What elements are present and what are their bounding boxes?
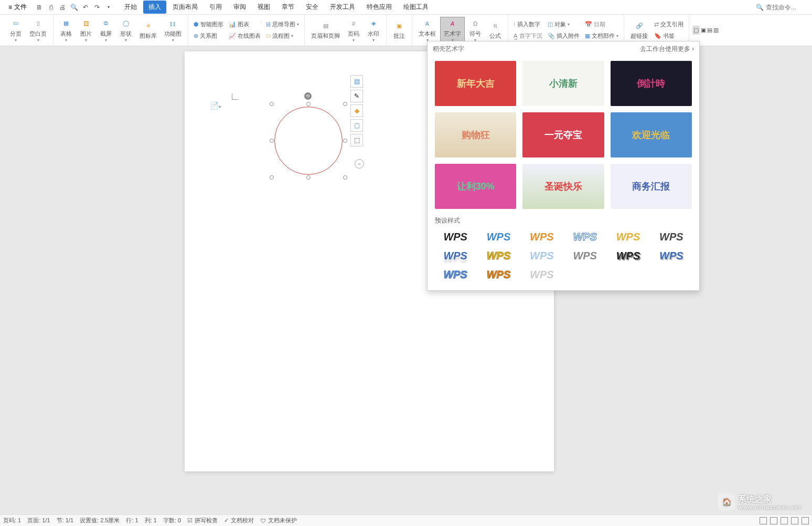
- wordart-preset-1[interactable]: WPS: [435, 228, 476, 245]
- view-mode-4-icon[interactable]: ▥: [713, 27, 719, 34]
- fill-color-icon[interactable]: ◆: [350, 104, 363, 117]
- cross-ref-button[interactable]: ⇄交叉引用: [652, 19, 686, 30]
- resize-handle-bl[interactable]: [270, 175, 274, 180]
- screenshot-button[interactable]: ⧉截屏▾: [97, 17, 115, 44]
- selected-shape[interactable]: ⟲: [272, 104, 345, 177]
- sb-proof[interactable]: ✓文档校对: [224, 517, 254, 524]
- resize-handle-tl[interactable]: [270, 102, 274, 106]
- equation-button[interactable]: π公式: [486, 19, 505, 41]
- online-chart-button[interactable]: 📈在线图表: [227, 30, 263, 42]
- wordart-preset-11[interactable]: WPS: [607, 247, 648, 264]
- sb-page[interactable]: 页面: 1/1: [27, 517, 50, 524]
- page-break-button[interactable]: ▭分页▾: [6, 17, 25, 44]
- sb-view-1-icon[interactable]: [760, 517, 767, 524]
- bookmark-button[interactable]: 🔖书签: [652, 30, 686, 42]
- doc-indicator-icon[interactable]: 📄▾: [210, 101, 221, 110]
- wordart-thumb-8[interactable]: 圣诞快乐: [522, 164, 604, 209]
- tab-security[interactable]: 安全: [301, 1, 324, 14]
- tab-layout[interactable]: 页面布局: [167, 1, 203, 14]
- layout-options-icon[interactable]: ▤: [350, 75, 363, 88]
- date-button[interactable]: 📅日期: [583, 19, 621, 30]
- resize-handle-ml[interactable]: [270, 139, 274, 143]
- rotate-handle[interactable]: ⟲: [304, 92, 312, 100]
- redo-icon[interactable]: ↷: [93, 3, 101, 12]
- wordart-preset-9[interactable]: WPS: [521, 247, 562, 264]
- edit-shape-icon[interactable]: ✎: [350, 90, 363, 102]
- wordart-thumb-1[interactable]: 新年大吉: [435, 61, 516, 106]
- wordart-preset-4[interactable]: WPS: [564, 228, 605, 245]
- wordart-thumb-6[interactable]: 欢迎光临: [611, 112, 692, 157]
- print-preview-icon[interactable]: ⎙: [47, 3, 55, 12]
- sb-col[interactable]: 列: 1: [145, 517, 157, 524]
- wordart-preset-2[interactable]: WPS: [478, 228, 519, 245]
- shapes-button[interactable]: ◯形状▾: [116, 17, 135, 44]
- tab-drawing[interactable]: 绘图工具: [398, 1, 434, 14]
- tab-review[interactable]: 审阅: [228, 1, 251, 14]
- wordart-thumb-3[interactable]: 倒計時: [611, 61, 692, 106]
- insert-number-button[interactable]: ⁝插入数字: [511, 19, 544, 30]
- watermark-button[interactable]: ◈水印▾: [364, 17, 383, 44]
- page-number-button[interactable]: #页码▾: [344, 17, 363, 44]
- resize-handle-tm[interactable]: [306, 102, 311, 106]
- sb-protect[interactable]: 🛡文档未保护: [260, 517, 297, 524]
- tab-features[interactable]: 特色应用: [361, 1, 397, 14]
- icon-library-button[interactable]: ☀图标库: [136, 19, 160, 41]
- wordart-thumb-5[interactable]: 一元夺宝: [522, 112, 604, 157]
- undo-icon[interactable]: ↶: [81, 3, 90, 12]
- qat-dropdown-icon[interactable]: ▾: [104, 3, 113, 12]
- doc-parts-button[interactable]: ▦文档部件▾: [583, 30, 621, 42]
- object-button[interactable]: ◫对象▾: [546, 19, 582, 30]
- wordart-button[interactable]: A艺术字▾: [440, 17, 465, 44]
- tab-section[interactable]: 章节: [276, 1, 300, 14]
- wordart-preset-5[interactable]: WPS: [607, 228, 648, 245]
- drop-cap-button[interactable]: A̲首字下沉: [511, 30, 544, 42]
- wordart-preset-3[interactable]: WPS: [521, 228, 562, 245]
- file-menu[interactable]: ≡ 文件: [4, 2, 31, 13]
- tab-dev[interactable]: 开发工具: [325, 1, 360, 14]
- hyperlink-button[interactable]: 🔗超链接: [627, 19, 651, 41]
- search-input[interactable]: [766, 4, 808, 11]
- sb-setvalue[interactable]: 设置值: 2.5厘米: [80, 517, 120, 524]
- chart-button[interactable]: 📊图表: [227, 19, 263, 30]
- wordart-thumb-9[interactable]: 商务汇报: [611, 164, 692, 209]
- wordart-thumb-7[interactable]: 让利30%: [435, 164, 516, 209]
- picture-button[interactable]: 🖼图片▾: [77, 17, 95, 44]
- sb-chars[interactable]: 字数: 0: [163, 517, 181, 524]
- tab-view[interactable]: 视图: [252, 1, 275, 14]
- wordart-preset-12[interactable]: WPS: [651, 247, 692, 264]
- view-mode-2-icon[interactable]: ▣: [701, 27, 706, 34]
- sb-view-5-icon[interactable]: [802, 517, 809, 524]
- outline-icon[interactable]: ▢: [350, 119, 363, 132]
- print-icon[interactable]: 🖨: [58, 3, 67, 12]
- sb-section[interactable]: 节: 1/1: [57, 517, 73, 524]
- wordart-thumb-2[interactable]: 小清新: [522, 61, 604, 106]
- wordart-preset-6[interactable]: WPS: [651, 228, 692, 245]
- resize-handle-tr[interactable]: [343, 102, 347, 106]
- command-search[interactable]: 🔍: [756, 4, 808, 11]
- view-mode-1-icon[interactable]: ▢: [692, 26, 700, 35]
- tab-references[interactable]: 引用: [204, 1, 227, 14]
- wordart-more-link[interactable]: 去工作台使用更多 ›: [640, 45, 694, 54]
- flowchart-button[interactable]: ⬭流程图▾: [264, 30, 301, 42]
- zoom-out-icon[interactable]: −: [355, 159, 364, 169]
- sb-view-2-icon[interactable]: [770, 517, 777, 524]
- smart-shape-button[interactable]: ⬢智能图形: [191, 19, 226, 30]
- func-chart-button[interactable]: ⫿⫿功能图▾: [161, 17, 185, 44]
- wordart-thumb-4[interactable]: 购物狂: [435, 112, 516, 157]
- find-icon[interactable]: 🔍: [70, 3, 78, 12]
- resize-handle-mr[interactable]: [343, 139, 347, 143]
- wordart-preset-15[interactable]: WPS: [521, 266, 562, 283]
- wordart-preset-13[interactable]: WPS: [435, 266, 476, 283]
- table-button[interactable]: ▦表格▾: [57, 17, 76, 44]
- sb-spellcheck[interactable]: ☑拼写检查: [187, 517, 218, 524]
- relation-button[interactable]: ⊕关系图: [191, 30, 226, 42]
- blank-page-button[interactable]: ▯空白页▾: [26, 17, 50, 44]
- wordart-preset-14[interactable]: WPS: [478, 266, 519, 283]
- tab-start[interactable]: 开始: [119, 1, 142, 14]
- comment-button[interactable]: ▣批注: [390, 19, 409, 41]
- attachment-button[interactable]: 📎插入附件: [546, 30, 582, 42]
- wordart-preset-10[interactable]: WPS: [564, 247, 605, 264]
- textbox-button[interactable]: A文本框▾: [415, 17, 439, 44]
- sb-row[interactable]: 行: 1: [126, 517, 138, 524]
- symbol-button[interactable]: Ω符号▾: [466, 17, 485, 44]
